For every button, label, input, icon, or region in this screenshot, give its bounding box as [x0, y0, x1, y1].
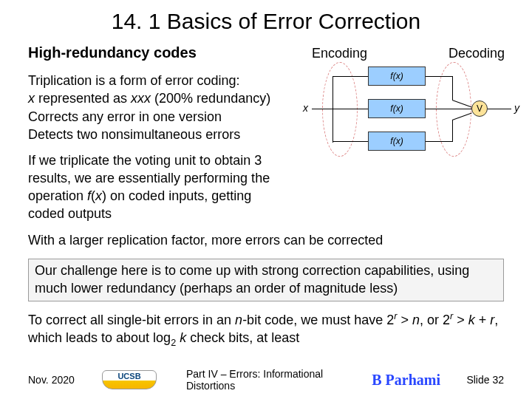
trip-redundancy: (200% redundancy) [151, 91, 270, 106]
p5e: > [453, 313, 468, 327]
x-label: x [303, 102, 308, 114]
triplication-diagram: x y f(x) f(x) f(x) V [296, 66, 526, 151]
triplication-para: Triplication is a form of error coding: … [28, 72, 301, 143]
triplicate-voting-para: If we triplicate the voting unit to obta… [0, 152, 318, 223]
wire [312, 109, 332, 109]
challenge-callout: Our challenge here is to come up with st… [28, 259, 504, 301]
slide-number: Slide 32 [452, 374, 504, 386]
ucsb-logo: UCSB [102, 370, 157, 389]
wire [452, 120, 453, 142]
trip-line-1: Triplication is a form of error coding: [28, 73, 239, 88]
p5a: To correct all single-bit errors in an [28, 313, 235, 327]
trip-line-3: Corrects any error in one version [28, 109, 222, 124]
wire [332, 141, 368, 142]
section-heading: High-redundancy codes [28, 44, 301, 61]
single-bit-para: To correct all single-bit errors in an n… [0, 310, 532, 349]
p5b: -bit code, we must have 2 [242, 313, 394, 327]
wire [426, 141, 452, 142]
p2-x: x [95, 188, 102, 203]
trip-rep: represented as [35, 91, 131, 106]
author-signature: B Parhami [372, 372, 440, 389]
page-title: 14. 1 Basics of Error Correction [0, 0, 532, 44]
trip-x: x [28, 91, 35, 106]
wire [332, 76, 333, 143]
wire [488, 109, 511, 109]
p5d: , or 2 [420, 313, 450, 327]
p5-n1: n [235, 313, 242, 327]
wire [332, 76, 368, 77]
p5-k1: k [468, 313, 475, 327]
p5c: > [397, 313, 412, 327]
y-label: y [514, 102, 519, 114]
replication-para: With a larger replication factor, more e… [0, 232, 532, 250]
wire [332, 109, 368, 109]
slide-footer: Nov. 2020 UCSB Part IV – Errors: Informa… [0, 368, 532, 392]
encoding-label: Encoding [312, 46, 367, 61]
voter-node: V [471, 100, 488, 117]
trip-xxx: xxx [131, 91, 151, 106]
wire [452, 76, 453, 100]
footer-part: Part IV – Errors: Informational Distorti… [171, 368, 372, 392]
fx-box: f(x) [368, 132, 426, 151]
wire [426, 76, 452, 77]
fx-box: f(x) [368, 99, 426, 118]
footer-date: Nov. 2020 [28, 374, 102, 386]
p5-k2: k [180, 330, 186, 345]
wire [426, 109, 471, 109]
trip-line-4: Detects two nonsimultaneous errors [28, 127, 240, 142]
p5f: + [475, 313, 491, 327]
p5-n2: n [412, 313, 420, 327]
p5h: check bits, at least [186, 330, 299, 345]
decoding-label: Decoding [449, 46, 505, 61]
fx-box: f(x) [368, 66, 426, 86]
